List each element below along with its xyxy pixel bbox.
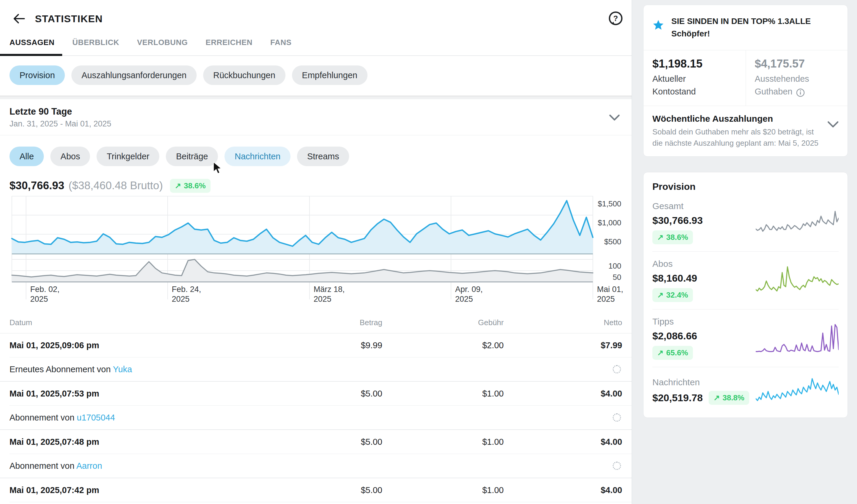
transactions-table: Datum Betrag Gebühr Netto Mai 01, 2025,0… xyxy=(0,310,632,502)
banner-line2: Schöpfer! xyxy=(671,28,811,40)
xtick-2: März 18, xyxy=(314,285,345,294)
svg-text:2025: 2025 xyxy=(455,295,473,304)
xtick-3: Apr. 09, xyxy=(455,285,483,294)
trend-up-icon: ↗ xyxy=(175,181,181,190)
xtick-1: Feb. 24, xyxy=(172,285,201,294)
balance-card: SIE SINDEN IN DEN TOP% 1.3ALLE Schöpfer!… xyxy=(643,5,848,157)
payouts-description: Sobald dein Guthaben mehr als $20 beträg… xyxy=(652,126,824,149)
sparkline-nachrichten xyxy=(756,374,839,407)
tab-verlobung[interactable]: VERLOBUNG xyxy=(137,38,188,55)
pill-abos[interactable]: Abos xyxy=(50,147,90,166)
date-range-row[interactable]: Letzte 90 Tage Jan. 31, 2025 - Mai 01, 2… xyxy=(0,99,632,135)
pill-alle[interactable]: Alle xyxy=(10,147,44,166)
chevron-down-icon[interactable] xyxy=(609,114,620,121)
pill-rueckbuchungen[interactable]: Rückbuchungen xyxy=(203,65,285,85)
ytick-1000: $1,000 xyxy=(598,218,621,227)
help-button[interactable]: ? xyxy=(607,10,624,27)
summary-row-abos: Abos $8,160.49 ↗32.4% xyxy=(652,251,839,309)
provision-summary-card: Provision Gesamt $30,766.93 ↗38.6% Abos … xyxy=(643,172,848,418)
user-link[interactable]: Yuka xyxy=(113,365,132,374)
loading-spinner-icon xyxy=(613,365,621,373)
sidebar: SIE SINDEN IN DEN TOP% 1.3ALLE Schöpfer!… xyxy=(632,0,857,504)
type-filter-pills: Alle Abos Trinkgelder Beiträge Nachricht… xyxy=(0,135,632,178)
summary-row-nachrichten: Nachrichten $20,519.78 ↗38.8% xyxy=(652,367,839,415)
active-tab-indicator xyxy=(0,54,62,56)
table-row[interactable]: Mai 01, 2025,07:48 pm $5.00 $1.00 $4.00 xyxy=(0,430,632,454)
current-balance: $1,198.15 Aktueller Kontostand xyxy=(643,50,746,106)
trend-up-icon: ↗ xyxy=(657,348,663,357)
change-badge: ↗32.4% xyxy=(652,288,693,302)
change-badge: ↗ 38.6% xyxy=(170,179,211,193)
table-row[interactable]: Mai 01, 2025,07:53 pm $5.00 $1.00 $4.00 xyxy=(0,382,632,406)
back-button[interactable] xyxy=(11,11,27,26)
svg-text:2025: 2025 xyxy=(30,295,48,304)
pill-trinkgelder[interactable]: Trinkgelder xyxy=(97,147,159,166)
tab-erreichen[interactable]: ERREICHEN xyxy=(205,38,253,55)
table-header: Datum Betrag Gebühr Netto xyxy=(0,310,632,333)
ytick-1500: $1,500 xyxy=(598,199,621,208)
tab-fans[interactable]: FANS xyxy=(270,38,292,55)
top-creator-banner: SIE SINDEN IN DEN TOP% 1.3ALLE Schöpfer! xyxy=(643,5,847,50)
transaction-description: Erneutes Abonnement von Yuka xyxy=(10,365,132,374)
total-headline: $30,766.93 ($38,460.48 Brutto) ↗ 38.6% xyxy=(0,178,632,194)
table-subrow: Erneutes Abonnement von Yuka xyxy=(0,357,632,382)
help-icon: ? xyxy=(608,11,624,27)
pill-auszahlungsanforderungen[interactable]: Auszahlungsanforderungen xyxy=(71,65,197,85)
col-datum: Datum xyxy=(10,318,288,327)
pill-beitraege[interactable]: Beiträge xyxy=(166,147,218,166)
app-header: STATISTIKEN ? xyxy=(0,0,632,27)
arrow-left-icon xyxy=(13,12,26,25)
pill-nachrichten[interactable]: Nachrichten xyxy=(224,147,290,166)
svg-text:2025: 2025 xyxy=(314,295,331,304)
summary-row-tipps: Tipps $2,086.66 ↗65.6% xyxy=(652,309,839,367)
main-chart: $1,500 $1,000 $500 100 50 Feb. 02, 2025 … xyxy=(0,196,632,305)
ytick-50: 50 xyxy=(613,273,621,282)
sparkline-abos xyxy=(756,264,839,297)
balance-section: $1,198.15 Aktueller Kontostand $4,175.57… xyxy=(643,50,847,106)
svg-text:2025: 2025 xyxy=(172,295,189,304)
weekly-payouts-section[interactable]: Wöchentliche Auszahlungen Sobald dein Gu… xyxy=(643,106,847,156)
sparkline-gesamt xyxy=(756,206,839,239)
trend-up-icon: ↗ xyxy=(713,393,720,402)
trend-up-icon: ↗ xyxy=(657,290,663,300)
pill-streams[interactable]: Streams xyxy=(297,147,349,166)
loading-spinner-icon xyxy=(613,461,621,470)
tab-ueberblick[interactable]: ÜBERBLICK xyxy=(72,38,119,55)
net-amount: $30,766.93 xyxy=(10,180,64,192)
tab-bar: AUSSAGEN ÜBERBLICK VERLOBUNG ERREICHEN F… xyxy=(0,38,632,56)
pill-provision[interactable]: Provision xyxy=(10,65,65,85)
sparkline-tipps xyxy=(756,322,839,355)
info-icon[interactable] xyxy=(796,88,805,97)
pending-balance-amount: $4,175.57 xyxy=(755,57,839,70)
provision-title: Provision xyxy=(652,181,839,192)
date-range-subtitle: Jan. 31, 2025 - Mai 01, 2025 xyxy=(10,119,111,129)
change-badge: ↗38.8% xyxy=(709,391,749,405)
star-icon xyxy=(652,19,664,31)
change-badge: ↗38.6% xyxy=(652,230,693,244)
chevron-down-icon[interactable] xyxy=(827,121,839,128)
ytick-500: $500 xyxy=(604,237,621,246)
change-badge: ↗65.6% xyxy=(652,346,693,360)
transaction-description: Abonnement von u1705044 xyxy=(10,413,115,423)
pending-balance: $4,175.57 Ausstehendes Guthaben xyxy=(746,50,848,106)
col-netto: Netto xyxy=(504,318,622,327)
ytick-100: 100 xyxy=(608,262,621,270)
current-balance-amount: $1,198.15 xyxy=(652,57,737,70)
page-title: STATISTIKEN xyxy=(35,13,103,24)
xtick-4: Mai 01, xyxy=(597,285,623,294)
pill-empfehlungen[interactable]: Empfehlungen xyxy=(292,65,368,85)
section-divider xyxy=(0,96,632,99)
table-row[interactable]: Mai 01, 2025,07:42 pm $5.00 $1.00 $4.00 xyxy=(0,478,632,502)
summary-row-gesamt: Gesamt $30,766.93 ↗38.6% xyxy=(652,194,839,251)
user-link[interactable]: Aarron xyxy=(77,461,102,471)
report-filter-pills: Provision Auszahlungsanforderungen Rückb… xyxy=(0,56,632,96)
banner-line1: SIE SINDEN IN DEN TOP% 1.3ALLE xyxy=(671,15,811,28)
col-betrag: Betrag xyxy=(288,318,382,327)
tab-aussagen[interactable]: AUSSAGEN xyxy=(10,38,54,55)
date-range-title: Letzte 90 Tage xyxy=(10,106,111,117)
gross-amount: ($38,460.48 Brutto) xyxy=(68,180,163,192)
main-column: STATISTIKEN ? AUSSAGEN ÜBERBLICK VERLOBU… xyxy=(0,0,632,504)
table-subrow: Abonnement von u1705044 xyxy=(0,406,632,430)
table-row[interactable]: Mai 01, 2025,09:06 pm $9.99 $2.00 $7.99 xyxy=(0,333,632,357)
user-link[interactable]: u1705044 xyxy=(77,413,115,422)
